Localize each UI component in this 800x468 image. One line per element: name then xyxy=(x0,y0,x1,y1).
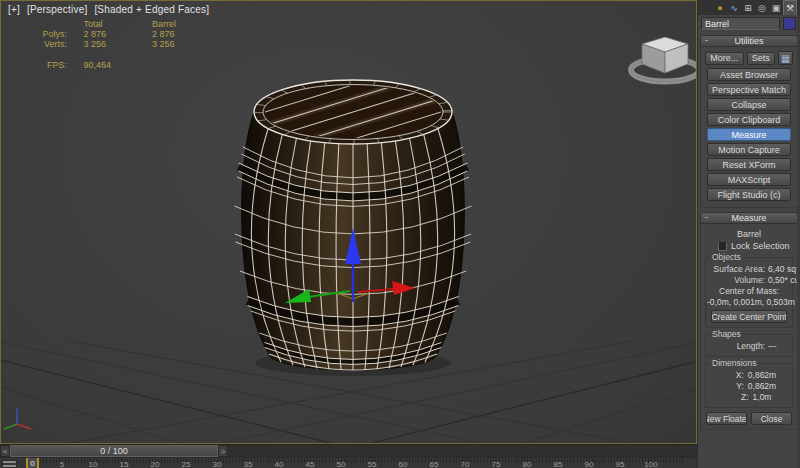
center-of-mass-value: -0,0m, 0,001m, 0,503m xyxy=(707,297,791,307)
ruler-label: 65 xyxy=(430,460,439,468)
viewport-pov-menu[interactable]: [Perspective] xyxy=(27,4,87,15)
tab-modify[interactable]: ∿ xyxy=(727,0,741,15)
mini-curve-editor-button[interactable] xyxy=(2,460,17,468)
dim-y-value: 0,862m xyxy=(748,381,776,391)
configure-button-sets-icon[interactable]: ▦ xyxy=(778,51,793,65)
ruler-label: 75 xyxy=(492,460,501,468)
ruler-label: 15 xyxy=(120,460,129,468)
measure-rollout-header[interactable]: - Measure xyxy=(700,212,798,224)
stats-fps-row: FPS: 90,464 xyxy=(29,60,176,70)
ruler-label: 60 xyxy=(399,460,408,468)
length-label: Length: xyxy=(707,341,765,351)
current-frame-marker[interactable]: 0 xyxy=(26,458,39,468)
tab-create[interactable]: ● xyxy=(713,0,727,15)
dim-x-value: 0,862m xyxy=(748,370,776,380)
next-frame-button[interactable]: > xyxy=(218,445,228,457)
ruler-label: 35 xyxy=(244,460,253,468)
surface-area-value: 6,40 sq m xyxy=(768,264,800,274)
utility-button-measure[interactable]: Measure xyxy=(707,128,791,141)
collapse-icon: - xyxy=(705,35,708,45)
utility-button-flight-studio-c[interactable]: Flight Studio (c) xyxy=(707,188,791,201)
track-bar[interactable]: 5101520253035404550556065707580859095100… xyxy=(0,457,697,468)
viewport-general-menu[interactable]: [+] xyxy=(8,4,20,15)
perspective-viewport[interactable]: [+] [Perspective] [Shaded + Edged Faces]… xyxy=(0,0,697,444)
ruler-label: 100 xyxy=(644,460,657,468)
center-of-mass-label: Center of Mass: xyxy=(707,286,791,296)
3dsmax-window: [+] [Perspective] [Shaded + Edged Faces]… xyxy=(0,0,800,468)
viewport-label: [+] [Perspective] [Shaded + Edged Faces] xyxy=(8,4,213,15)
utility-button-collapse[interactable]: Collapse xyxy=(707,98,791,111)
volume-label: Volume: xyxy=(707,275,765,285)
ruler-label: 40 xyxy=(275,460,284,468)
utilities-rollout: - Utilities More... Sets ▦ Asset Browser… xyxy=(700,35,798,208)
sets-button[interactable]: Sets xyxy=(747,52,775,65)
time-slider: < 0 / 100 > xyxy=(0,444,697,456)
shapes-group-title: Shapes xyxy=(710,329,743,339)
measure-rollout: - Measure Barrel Lock Selection Objects … xyxy=(700,212,798,430)
objects-group: Objects Surface Area:6,40 sq m Volume:0,… xyxy=(705,257,793,328)
measure-rollout-title: Measure xyxy=(731,213,766,223)
measured-object-name: Barrel xyxy=(702,229,796,239)
modify-icon: ∿ xyxy=(730,3,738,13)
floater-button-row: New Floater Close xyxy=(706,412,792,425)
hierarchy-icon: ⊞ xyxy=(744,3,752,13)
ruler-label: 10 xyxy=(89,460,98,468)
ruler-label: 90 xyxy=(585,460,594,468)
dim-z-value: 1,0m xyxy=(753,392,772,402)
ruler-label: 55 xyxy=(368,460,377,468)
tab-utilities[interactable]: ⚒ xyxy=(783,0,797,15)
utility-buttons-list: Asset BrowserPerspective MatchCollapseCo… xyxy=(702,68,796,201)
lock-selection-row[interactable]: Lock Selection xyxy=(718,241,796,251)
dimensions-group-title: Dimensions xyxy=(710,358,758,368)
collapse-icon: - xyxy=(705,212,708,222)
display-icon: ▣ xyxy=(772,3,781,13)
utility-button-color-clipboard[interactable]: Color Clipboard xyxy=(707,113,791,126)
length-value: --- xyxy=(768,341,777,351)
ruler-label: 20 xyxy=(151,460,160,468)
barrel-model[interactable] xyxy=(202,1,504,376)
utilities-rollout-header[interactable]: - Utilities xyxy=(700,35,798,47)
stats-header-row: Total Barrel xyxy=(29,19,176,29)
viewport-shading-menu[interactable]: [Shaded + Edged Faces] xyxy=(94,4,209,15)
utility-button-reset-xform[interactable]: Reset XForm xyxy=(707,158,791,171)
utility-button-perspective-match[interactable]: Perspective Match xyxy=(707,83,791,96)
dim-z-label: Z: xyxy=(727,392,749,402)
tab-display[interactable]: ▣ xyxy=(769,0,783,15)
dim-x-label: X: xyxy=(722,370,744,380)
objects-group-title: Objects xyxy=(710,252,743,262)
utilities-rollout-title: Utilities xyxy=(734,36,763,46)
ruler-label: 5 xyxy=(60,460,64,468)
dim-y-label: Y: xyxy=(722,381,744,391)
ruler-label: 50 xyxy=(337,460,346,468)
viewcube[interactable] xyxy=(631,37,697,82)
ruler-label: 30 xyxy=(213,460,222,468)
close-button[interactable]: Close xyxy=(751,412,792,425)
shapes-group: Shapes Length:--- xyxy=(705,334,793,357)
new-floater-button[interactable]: New Floater xyxy=(706,412,747,425)
lock-selection-checkbox[interactable] xyxy=(718,242,727,251)
ruler-label: 25 xyxy=(182,460,191,468)
tab-motion[interactable]: ◎ xyxy=(755,0,769,15)
more-button[interactable]: More... xyxy=(705,52,744,65)
ruler-label: 80 xyxy=(523,460,532,468)
object-name-field[interactable]: Barrel xyxy=(701,17,780,30)
previous-frame-button[interactable]: < xyxy=(0,445,10,457)
create-icon: ● xyxy=(717,3,722,13)
utility-button-motion-capture[interactable]: Motion Capture xyxy=(707,143,791,156)
create-center-point-button[interactable]: Create Center Point xyxy=(711,310,787,323)
object-color-swatch[interactable] xyxy=(783,17,796,30)
stats-col-total: Total xyxy=(84,19,150,29)
utility-button-maxscript[interactable]: MAXScript xyxy=(707,173,791,186)
ruler-label: 45 xyxy=(306,460,315,468)
viewport-statistics: Total Barrel Polys: 2 876 2 876 Verts: 3… xyxy=(29,19,176,70)
ruler-label: 95 xyxy=(616,460,625,468)
command-panel: ●∿⊞◎▣⚒ Barrel - Utilities More... Sets ▦… xyxy=(698,0,800,468)
command-panel-tabs: ●∿⊞◎▣⚒ xyxy=(698,0,800,15)
volume-value: 0,50* cu m xyxy=(768,275,800,285)
name-and-color-row: Barrel xyxy=(698,15,800,32)
time-slider-handle[interactable]: 0 / 100 xyxy=(10,445,218,457)
utility-button-asset-browser[interactable]: Asset Browser xyxy=(707,68,791,81)
tab-hierarchy[interactable]: ⊞ xyxy=(741,0,755,15)
ruler-label: 85 xyxy=(554,460,563,468)
motion-icon: ◎ xyxy=(758,3,766,13)
